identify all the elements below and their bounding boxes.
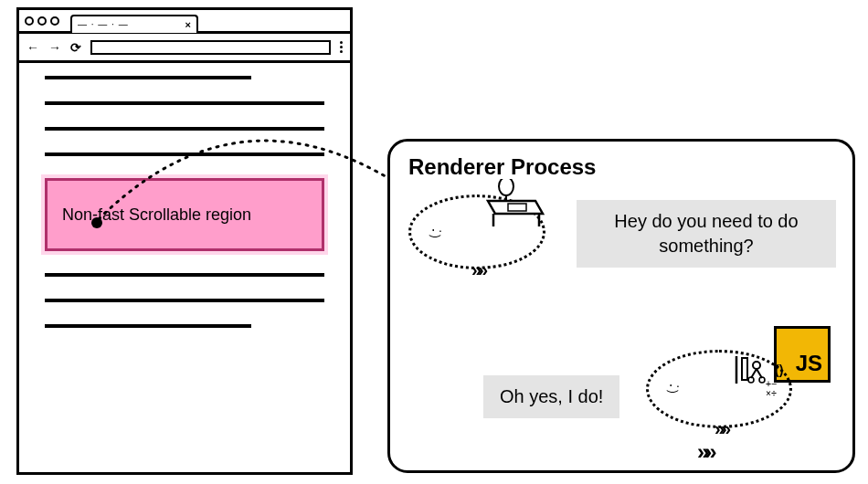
- tab-title: — · — · —: [78, 19, 129, 29]
- window-control-dot[interactable]: [50, 16, 59, 26]
- content-line: [45, 101, 324, 105]
- page-content: Non-fast Scrollable region: [19, 63, 350, 328]
- content-line: [45, 273, 324, 277]
- tab-close-icon[interactable]: ×: [185, 19, 191, 30]
- browser-tab[interactable]: — · — · — ×: [70, 15, 198, 33]
- desk-icon: [482, 179, 550, 230]
- chevron-icon: »»: [471, 259, 484, 280]
- panel-title: Renderer Process: [408, 154, 834, 180]
- face-icon: ·͜ ·: [431, 223, 442, 237]
- back-button[interactable]: ←: [26, 40, 39, 55]
- window-control-dot[interactable]: [25, 16, 34, 26]
- chevron-icon: »»: [697, 439, 713, 465]
- content-line: [45, 127, 324, 131]
- menu-icon[interactable]: [340, 41, 343, 53]
- svg-text:(): (): [775, 363, 783, 377]
- browser-window: — · — · — × ← → ⟳ Non-fast Scrollable re…: [16, 7, 353, 475]
- content-line: [45, 299, 324, 302]
- browser-toolbar: ← → ⟳: [19, 34, 350, 63]
- speech-bubble-compositor: Hey do you need to do something?: [577, 200, 836, 268]
- svg-text:×÷: ×÷: [766, 388, 777, 398]
- content-line: [45, 76, 251, 79]
- main-thread-character: ·͜ · +− ×÷ () »»: [646, 350, 792, 428]
- content-line: [45, 153, 324, 156]
- renderer-process-panel: Renderer Process ·͜ · »» Hey do you need…: [387, 139, 855, 473]
- tools-icon: +− ×÷ (): [729, 352, 793, 407]
- browser-titlebar: — · — · — ×: [19, 10, 350, 34]
- svg-point-0: [499, 179, 513, 195]
- forward-button[interactable]: →: [48, 40, 61, 55]
- js-label: JS: [796, 351, 822, 376]
- chevron-icon: »»: [715, 418, 727, 439]
- content-line: [45, 324, 251, 328]
- reload-button[interactable]: ⟳: [70, 40, 81, 55]
- window-control-dot[interactable]: [37, 16, 47, 26]
- speech-bubble-main-thread: Oh yes, I do!: [483, 375, 619, 418]
- non-fast-scrollable-region: Non-fast Scrollable region: [45, 178, 324, 251]
- thread-loop-icon: ·͜ · »»: [408, 195, 545, 269]
- face-icon: ·͜ ·: [669, 378, 680, 393]
- thread-loop-icon: ·͜ · +− ×÷ () »»: [646, 350, 792, 428]
- svg-point-6: [753, 362, 760, 369]
- arrow-endpoint-icon: [91, 217, 102, 228]
- address-bar[interactable]: [90, 40, 331, 55]
- compositor-thread-character: ·͜ · »»: [408, 195, 545, 269]
